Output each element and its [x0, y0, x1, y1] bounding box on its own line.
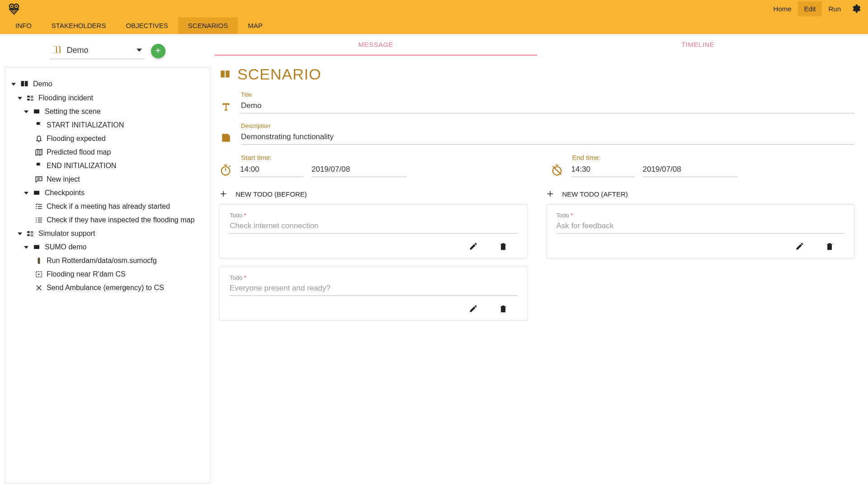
- plus-icon: [219, 190, 227, 198]
- delete-icon[interactable]: [825, 242, 834, 251]
- app-header: Home Edit Run INFO STAKEHOLDERS OBJECTIV…: [0, 0, 868, 34]
- edit-icon[interactable]: [795, 242, 804, 251]
- tree-inject[interactable]: Flooding near R'dam CS: [11, 267, 203, 281]
- settings-gear-icon[interactable]: [847, 1, 864, 16]
- subtab-timeline[interactable]: TIMELINE: [537, 34, 859, 56]
- add-todo-after-button[interactable]: NEW TODO (AFTER): [546, 187, 855, 204]
- scenario-selector-row: Demo +: [0, 34, 215, 63]
- route-icon: [35, 284, 43, 292]
- description-field-row: Description: [219, 122, 854, 145]
- caret-down-icon: [24, 110, 28, 113]
- todo-input[interactable]: [557, 219, 844, 234]
- todo-input[interactable]: [230, 219, 518, 234]
- nav-run[interactable]: Run: [822, 1, 847, 16]
- sub-tabs: MESSAGE TIMELINE: [215, 34, 859, 56]
- dropdown-caret-icon: [137, 48, 142, 52]
- title-label: Title: [241, 91, 854, 98]
- tree-act-setting[interactable]: Setting the scene: [11, 105, 203, 118]
- delete-icon[interactable]: [499, 242, 508, 251]
- act-icon: [32, 108, 41, 115]
- scenario-select[interactable]: Demo: [50, 42, 145, 59]
- start-time-input[interactable]: [240, 163, 303, 177]
- todo-field-label: Todo *: [557, 212, 844, 219]
- header-top-row: Home Edit Run: [0, 0, 868, 17]
- todo-field-label: Todo *: [230, 212, 518, 219]
- tree-inject[interactable]: Check if a meeting has already started: [11, 200, 203, 213]
- nav-home[interactable]: Home: [767, 1, 798, 16]
- stopwatch-icon: [219, 164, 232, 177]
- time-row: Start time: End time:: [219, 154, 854, 177]
- todo-after-column: NEW TODO (AFTER) Todo *: [546, 187, 855, 329]
- add-todo-before-label: NEW TODO (BEFORE): [236, 190, 307, 198]
- main-tabs: INFO STAKEHOLDERS OBJECTIVES SCENARIOS M…: [0, 17, 868, 34]
- svg-point-19: [222, 166, 230, 175]
- tab-stakeholders[interactable]: STAKEHOLDERS: [42, 17, 116, 34]
- title-icon: [219, 101, 233, 113]
- book-icon: [51, 44, 62, 56]
- tree-inject[interactable]: START INITIALIZATION: [11, 118, 203, 132]
- svg-point-16: [38, 274, 40, 275]
- caret-down-icon: [18, 97, 22, 100]
- description-label: Description: [241, 122, 854, 129]
- storyline-icon: [26, 230, 35, 237]
- tab-scenarios[interactable]: SCENARIOS: [178, 17, 238, 34]
- tree-inject[interactable]: Predicted flood map: [11, 145, 203, 159]
- act-icon: [32, 189, 41, 197]
- todo-card: Todo *: [219, 267, 528, 321]
- scenario-heading: SCENARIO: [219, 66, 854, 83]
- todo-card: Todo *: [546, 204, 855, 258]
- tree-inject[interactable]: Flooding expected: [11, 132, 203, 145]
- plus-icon: +: [156, 46, 161, 56]
- title-input[interactable]: [241, 99, 854, 113]
- area-icon: [35, 270, 43, 278]
- svg-point-13: [38, 260, 39, 261]
- end-date-input[interactable]: [643, 163, 738, 177]
- storyline-icon: [26, 94, 35, 102]
- todo-before-column: NEW TODO (BEFORE) Todo * Todo *: [219, 187, 528, 329]
- svg-rect-9: [27, 234, 29, 236]
- tab-info[interactable]: INFO: [5, 17, 42, 34]
- tab-objectives[interactable]: OBJECTIVES: [116, 17, 178, 34]
- svg-rect-4: [27, 96, 29, 98]
- nav-edit[interactable]: Edit: [798, 1, 822, 16]
- add-todo-before-button[interactable]: NEW TODO (BEFORE): [219, 187, 528, 204]
- tree-inject[interactable]: Run Rotterdam/data/osm.sumocfg: [11, 254, 203, 267]
- description-input[interactable]: [241, 131, 854, 145]
- flag-icon: [35, 162, 43, 170]
- tree-storyline-simulator[interactable]: Simulator support: [11, 227, 203, 240]
- scenario-form: SCENARIO Title Description: [215, 66, 859, 343]
- tree-inject[interactable]: Send Ambulance (emergency) to CS: [11, 281, 203, 295]
- flag-icon: [35, 121, 43, 129]
- delete-icon[interactable]: [499, 304, 508, 313]
- end-time-label: End time:: [551, 154, 855, 161]
- svg-rect-8: [27, 231, 29, 233]
- subtab-message[interactable]: MESSAGE: [215, 34, 537, 56]
- svg-rect-6: [34, 109, 39, 113]
- tree-inject[interactable]: Check if they have inspected the floodin…: [11, 213, 203, 227]
- svg-point-3: [15, 5, 17, 7]
- left-panel: Demo + Demo Flooding incident: [0, 34, 215, 488]
- tree-storyline-flooding[interactable]: Flooding incident: [11, 91, 203, 105]
- add-todo-after-label: NEW TODO (AFTER): [562, 190, 628, 198]
- edit-icon[interactable]: [469, 242, 478, 251]
- todo-field-label: Todo *: [230, 274, 518, 281]
- scenario-heading-text: SCENARIO: [237, 66, 321, 83]
- caret-down-icon: [11, 83, 16, 86]
- title-field-row: Title: [219, 91, 854, 113]
- tree-inject[interactable]: END INITIALIZATION: [11, 159, 203, 173]
- map-icon: [35, 148, 43, 156]
- tree-root[interactable]: Demo: [11, 77, 203, 91]
- act-icon: [32, 244, 41, 251]
- edit-icon[interactable]: [469, 304, 478, 313]
- caret-down-icon: [24, 246, 28, 249]
- right-panel: MESSAGE TIMELINE SCENARIO Title: [215, 34, 868, 488]
- tree-inject[interactable]: New inject: [11, 173, 203, 186]
- add-scenario-button[interactable]: +: [151, 44, 165, 58]
- tree-act-sumo[interactable]: SUMO demo: [11, 240, 203, 254]
- todo-card: Todo *: [219, 204, 528, 258]
- end-time-input[interactable]: [571, 163, 635, 177]
- todo-input[interactable]: [230, 281, 518, 296]
- start-date-input[interactable]: [311, 163, 406, 177]
- tab-map[interactable]: MAP: [238, 17, 273, 34]
- tree-act-checkpoints[interactable]: Checkpoints: [11, 186, 203, 200]
